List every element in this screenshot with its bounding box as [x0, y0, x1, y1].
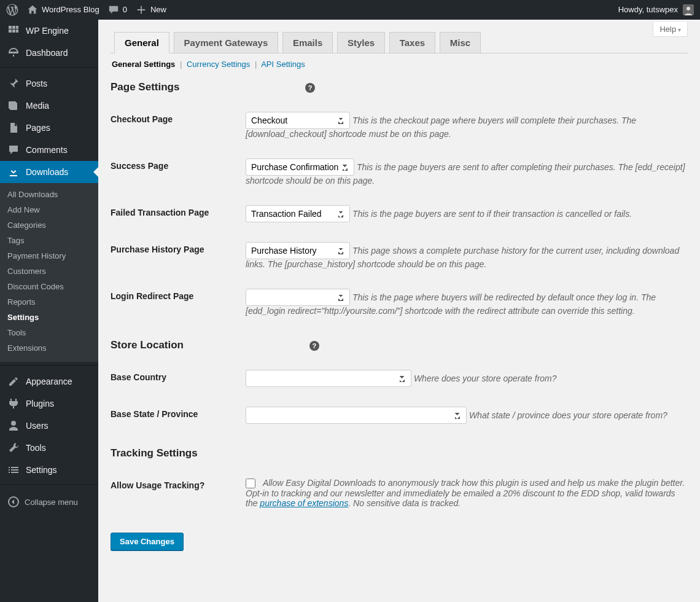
comments-count: 0 — [123, 0, 127, 20]
settings-tabs: General Payment Gateways Emails Styles T… — [111, 32, 688, 53]
svg-rect-4 — [12, 29, 15, 33]
menu-plugins[interactable]: Plugins — [0, 393, 98, 415]
allow-tracking-label: Allow Usage Tracking? — [111, 471, 246, 520]
menu-downloads[interactable]: Downloads — [0, 161, 98, 183]
menu-comments[interactable]: Comments — [0, 139, 98, 161]
submenu-all-downloads[interactable]: All Downloads — [0, 187, 98, 202]
tools-icon — [7, 442, 20, 454]
success-page-label: Success Page — [111, 151, 246, 198]
base-state-desc: What state / province does your store op… — [469, 410, 667, 420]
menu-users[interactable]: Users — [0, 415, 98, 437]
submenu-payment-history[interactable]: Payment History — [0, 248, 98, 264]
menu-tools[interactable]: Tools — [0, 437, 98, 459]
downloads-submenu: All Downloads Add New Categories Tags Pa… — [0, 183, 98, 362]
menu-settings[interactable]: Settings — [0, 459, 98, 481]
section-tracking-settings: Tracking Settings — [111, 447, 688, 459]
svg-rect-3 — [9, 29, 12, 33]
tab-misc[interactable]: Misc — [440, 32, 481, 53]
menu-wpengine[interactable]: WP Engine — [0, 20, 98, 42]
download-icon — [7, 166, 20, 178]
base-country-select[interactable] — [246, 370, 411, 387]
menu-label: Downloads — [26, 167, 68, 177]
tab-general[interactable]: General — [114, 32, 169, 53]
base-country-label: Base Country — [111, 362, 246, 399]
howdy-text: Howdy, tutswpex — [618, 5, 678, 14]
media-icon — [7, 100, 20, 112]
svg-rect-1 — [12, 26, 15, 29]
submenu-customers[interactable]: Customers — [0, 264, 98, 279]
menu-dashboard[interactable]: Dashboard — [0, 42, 98, 64]
collapse-label: Collapse menu — [25, 498, 78, 507]
menu-label: Settings — [26, 465, 57, 475]
purchase-extensions-link[interactable]: purchase of extensions — [260, 498, 348, 508]
base-country-desc: Where does your store operate from? — [414, 373, 557, 383]
menu-pages[interactable]: Pages — [0, 117, 98, 139]
help-tab[interactable]: Help — [653, 22, 688, 37]
section-store-location: Store Location ? — [111, 339, 688, 351]
collapse-menu[interactable]: Collapse menu — [0, 490, 98, 514]
comment-icon — [7, 144, 20, 156]
section-title: Store Location — [111, 339, 184, 351]
menu-label: Plugins — [26, 399, 54, 408]
checkout-page-select[interactable]: Checkout — [246, 112, 350, 129]
menu-label: Posts — [26, 79, 47, 88]
submenu-extensions[interactable]: Extensions — [0, 340, 98, 356]
save-changes-button[interactable]: Save Changes — [111, 533, 184, 550]
pin-icon — [7, 77, 20, 90]
section-title: Tracking Settings — [111, 447, 198, 459]
submenu-tags[interactable]: Tags — [0, 233, 98, 248]
menu-label: Media — [26, 101, 49, 111]
tab-styles[interactable]: Styles — [337, 32, 385, 53]
home-icon — [27, 4, 38, 15]
new-content-link[interactable]: New — [136, 0, 166, 20]
plugin-icon — [7, 397, 20, 410]
base-state-select[interactable] — [246, 407, 467, 424]
submenu-reports[interactable]: Reports — [0, 294, 98, 310]
wordpress-logo-link[interactable] — [6, 4, 18, 16]
subnav-currency[interactable]: Currency Settings — [187, 60, 250, 69]
submenu-tools[interactable]: Tools — [0, 325, 98, 340]
pages-icon — [7, 122, 20, 134]
help-icon[interactable]: ? — [305, 83, 315, 93]
collapse-icon — [7, 496, 20, 508]
menu-posts[interactable]: Posts — [0, 72, 98, 95]
tab-payment-gateways[interactable]: Payment Gateways — [174, 32, 279, 53]
help-icon[interactable]: ? — [309, 341, 319, 351]
submenu-settings[interactable]: Settings — [0, 310, 98, 325]
tab-taxes[interactable]: Taxes — [389, 32, 435, 53]
success-page-select[interactable]: Purchase Confirmation — [246, 158, 354, 176]
menu-label: WP Engine — [26, 26, 69, 36]
failed-page-label: Failed Transaction Page — [111, 198, 246, 235]
login-redirect-select[interactable] — [246, 289, 350, 306]
user-avatar[interactable] — [683, 4, 694, 15]
subnav-api[interactable]: API Settings — [261, 60, 305, 69]
failed-page-select[interactable]: Transaction Failed — [246, 205, 350, 222]
menu-media[interactable]: Media — [0, 95, 98, 117]
user-icon — [7, 420, 20, 432]
allow-tracking-checkbox[interactable] — [246, 479, 255, 488]
allow-tracking-desc: Allow Easy Digital Downloads to anonymou… — [246, 478, 685, 508]
admin-bar: WordPress Blog 0 New Howdy, tutswpex — [0, 0, 700, 20]
plus-icon — [136, 4, 147, 15]
menu-label: Comments — [26, 145, 68, 155]
wpengine-icon — [7, 25, 20, 37]
login-redirect-label: Login Redirect Page — [111, 281, 246, 328]
subnav-general: General Settings — [112, 60, 175, 69]
submenu-add-new[interactable]: Add New — [0, 202, 98, 217]
submenu-discount-codes[interactable]: Discount Codes — [0, 279, 98, 294]
submenu-categories[interactable]: Categories — [0, 217, 98, 233]
settings-subnav: General Settings | Currency Settings | A… — [112, 60, 688, 69]
history-page-select[interactable]: Purchase History — [246, 242, 350, 259]
history-page-label: Purchase History Page — [111, 235, 246, 281]
section-title: Page Settings — [111, 81, 179, 93]
checkout-page-label: Checkout Page — [111, 104, 246, 151]
menu-label: Pages — [26, 123, 50, 133]
howdy-link[interactable]: Howdy, tutswpex — [618, 0, 678, 20]
menu-appearance[interactable]: Appearance — [0, 370, 98, 393]
comment-icon — [108, 4, 119, 15]
site-link[interactable]: WordPress Blog — [27, 0, 99, 20]
new-label: New — [150, 0, 166, 20]
tab-emails[interactable]: Emails — [282, 32, 333, 53]
help-tab-wrap: Help — [653, 22, 688, 37]
comments-link[interactable]: 0 — [108, 0, 127, 20]
